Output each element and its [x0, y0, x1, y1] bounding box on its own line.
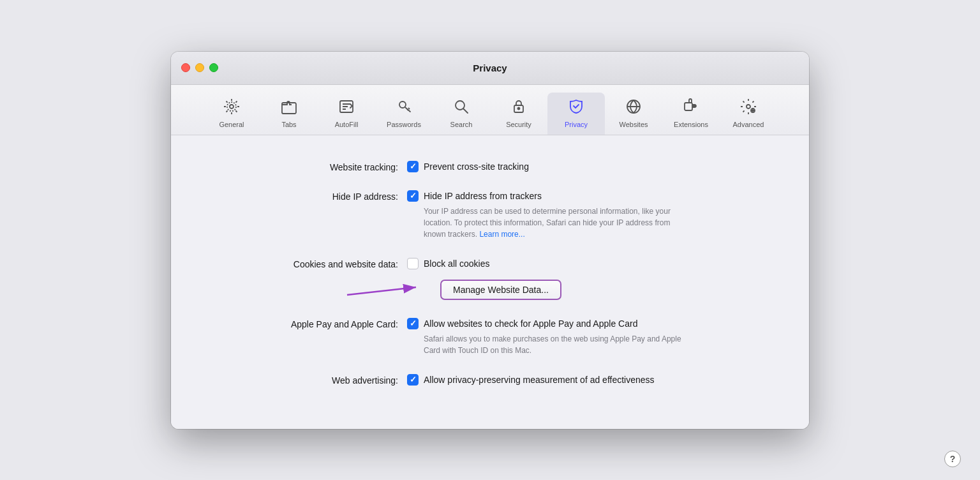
website-tracking-row: Website tracking: Prevent cross-site tra… [209, 161, 771, 172]
advanced-icon [739, 98, 757, 118]
extensions-icon [682, 98, 700, 118]
apple-pay-checkbox-row: Allow websites to check for Apple Pay an… [407, 318, 771, 329]
website-tracking-checkbox-row: Prevent cross-site tracking [407, 161, 771, 172]
web-advertising-row: Web advertising: Allow privacy-preservin… [209, 374, 771, 386]
privacy-icon [567, 98, 585, 118]
general-icon [223, 98, 241, 118]
minimize-button[interactable] [195, 63, 204, 72]
traffic-lights [181, 63, 218, 72]
tabs-label: Tabs [281, 121, 296, 128]
tab-autofill[interactable]: AutoFill [318, 93, 375, 135]
autofill-label: AutoFill [335, 121, 359, 128]
apple-pay-checkbox[interactable] [407, 318, 419, 329]
website-tracking-checkbox-label: Prevent cross-site tracking [424, 161, 529, 172]
security-label: Security [506, 121, 531, 128]
web-advertising-checkbox-label: Allow privacy-preserving measurement of … [424, 375, 655, 385]
tab-general[interactable]: General [203, 93, 260, 135]
search-label: Search [450, 121, 473, 128]
tab-privacy[interactable]: Privacy [547, 93, 605, 135]
extensions-label: Extensions [674, 121, 708, 128]
cookies-control: Block all cookies Manage Website Data... [407, 258, 771, 300]
learn-more-link[interactable]: Learn more... [479, 230, 524, 239]
security-icon [510, 98, 528, 118]
tab-advanced[interactable]: Advanced [720, 93, 777, 135]
cookies-checkbox[interactable] [407, 258, 419, 269]
hide-ip-description: Your IP address can be used to determine… [424, 206, 692, 240]
close-button[interactable] [181, 63, 190, 72]
cookies-checkbox-row: Block all cookies [407, 258, 771, 269]
hide-ip-label: Hide IP address: [209, 190, 407, 202]
passwords-label: Passwords [387, 121, 421, 128]
general-label: General [219, 121, 244, 128]
manage-website-data-button[interactable]: Manage Website Data... [440, 280, 561, 300]
tabs-icon [280, 98, 298, 118]
tab-security[interactable]: Security [490, 93, 547, 135]
cookies-checkbox-label: Block all cookies [424, 259, 490, 269]
website-tracking-checkbox[interactable] [407, 161, 419, 172]
websites-icon [625, 98, 642, 118]
tab-search[interactable]: Search [433, 93, 490, 135]
privacy-label: Privacy [565, 121, 588, 128]
web-advertising-label: Web advertising: [209, 374, 407, 386]
web-advertising-checkbox[interactable] [407, 374, 419, 386]
web-advertising-checkbox-row: Allow privacy-preserving measurement of … [407, 374, 771, 386]
apple-pay-checkbox-label: Allow websites to check for Apple Pay an… [424, 319, 637, 329]
cookies-row: Cookies and website data: Block all cook… [209, 258, 771, 300]
maximize-button[interactable] [209, 63, 218, 72]
help-button[interactable]: ? [944, 451, 961, 467]
tab-tabs[interactable]: Tabs [260, 93, 318, 135]
web-advertising-control: Allow privacy-preserving measurement of … [407, 374, 771, 386]
apple-pay-description: Safari allows you to make purchases on t… [424, 333, 692, 356]
preferences-window: Privacy General Tabs [171, 52, 809, 429]
toolbar: General Tabs AutoFill [171, 85, 809, 135]
hide-ip-checkbox-label: Hide IP address from trackers [424, 191, 542, 201]
svg-point-1 [227, 102, 236, 111]
hide-ip-checkbox[interactable] [407, 190, 419, 202]
tab-extensions[interactable]: Extensions [662, 93, 720, 135]
tab-websites[interactable]: Websites [605, 93, 662, 135]
svg-line-13 [347, 287, 416, 295]
content-area: Website tracking: Prevent cross-site tra… [171, 135, 809, 429]
arrow-annotation [341, 276, 424, 301]
tab-passwords[interactable]: Passwords [375, 93, 433, 135]
cookies-label: Cookies and website data: [209, 258, 407, 269]
passwords-icon [395, 98, 413, 118]
svg-point-10 [746, 105, 750, 109]
titlebar: Privacy [171, 52, 809, 85]
search-icon [452, 98, 470, 118]
websites-label: Websites [619, 121, 648, 128]
hide-ip-checkbox-row: Hide IP address from trackers [407, 190, 771, 202]
apple-pay-label: Apple Pay and Apple Card: [209, 318, 407, 329]
autofill-icon [338, 98, 355, 118]
svg-point-7 [518, 107, 520, 109]
svg-rect-9 [685, 103, 692, 110]
website-tracking-label: Website tracking: [209, 161, 407, 172]
apple-pay-control: Allow websites to check for Apple Pay an… [407, 318, 771, 356]
svg-point-4 [399, 101, 406, 108]
hide-ip-control: Hide IP address from trackers Your IP ad… [407, 190, 771, 240]
window-title: Privacy [473, 63, 507, 73]
advanced-label: Advanced [733, 121, 764, 128]
svg-point-0 [230, 105, 234, 109]
hide-ip-row: Hide IP address: Hide IP address from tr… [209, 190, 771, 240]
website-tracking-control: Prevent cross-site tracking [407, 161, 771, 172]
apple-pay-row: Apple Pay and Apple Card: Allow websites… [209, 318, 771, 356]
